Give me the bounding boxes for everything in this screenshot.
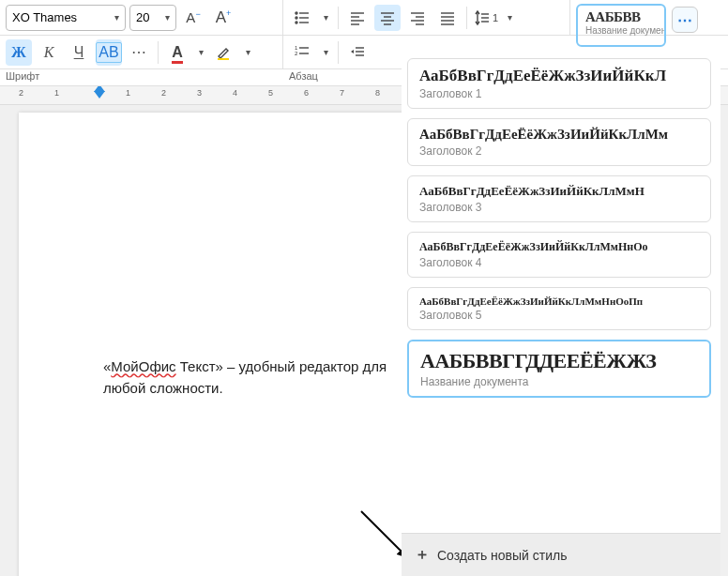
underline-button[interactable]: Ч [66,39,92,66]
highlight-button[interactable] [211,39,237,66]
font-family-select[interactable]: XO Thames ▾ [6,5,126,31]
toolbar-row-1: XO Thames ▾ 20 ▾ A− A+ ▾ 1 ▾ ААББВВ Назв… [0,0,728,36]
chevron-down-icon[interactable]: ▾ [503,12,516,23]
svg-point-1 [296,17,297,19]
chevron-down-icon[interactable]: ▾ [319,47,332,57]
style-card[interactable]: АаБбВвГгДдЕеЁёЖжЗзИиЙйКкЛлМмНЗаголовок 3 [407,175,711,222]
font-size-value: 20 [136,10,149,24]
ruler-number: 6 [304,88,309,98]
paragraph-group-label: Абзац [283,69,324,85]
style-sample: АаБбВвГгДдЕеЁёЖжЗзИиЙйКкЛлМмН [419,184,699,199]
strikethrough-button[interactable]: АВ [96,39,122,66]
style-name: Заголовок 4 [419,256,699,269]
font-group-label: Шрифт [0,69,283,85]
style-card[interactable]: АаБбВвГгДдЕеЁёЖжЗзИиЙйКкЛЗаголовок 1 [407,58,711,109]
more-font-button[interactable]: ⋯ [126,39,152,66]
style-card[interactable]: АаБбВвГгДдЕеЁёЖжЗзИиЙйКкЛлМмЗаголовок 2 [407,118,711,166]
font-color-button[interactable]: A [164,39,190,66]
style-sample: ААББВВГГДДЕЕЁЁЖЖЗ [420,349,698,373]
ruler-number: 8 [375,88,380,98]
separator [338,41,339,64]
style-card[interactable]: АаБбВвГгДдЕеЁёЖжЗзИиЙйКкЛлМмНнОоПпЗаголо… [407,287,711,330]
font-family-value: XO Thames [12,10,77,24]
text: любой сложности. [103,380,223,396]
create-new-style-label: Создать новый стиль [437,548,568,563]
align-left-button[interactable] [344,5,371,31]
ruler-number: 1 [126,88,130,98]
line-spacing-button[interactable]: 1 [473,5,499,31]
decrease-font-button[interactable]: A− [180,5,206,31]
bulleted-list-button[interactable] [289,5,315,31]
paragraph-group-row1: ▾ 1 ▾ [283,0,570,35]
ruler-number: 7 [340,88,344,98]
align-center-button[interactable] [374,5,401,31]
chevron-down-icon: ▾ [109,12,119,23]
create-new-style-button[interactable]: ＋ Создать новый стиль [402,533,720,576]
styles-panel: АаБбВвГгДдЕеЁёЖжЗзИиЙйКкЛЗаголовок 1АаБб… [402,53,720,576]
ruler-number: 2 [161,88,166,98]
style-sample: АаБбВвГгДдЕеЁёЖжЗзИиЙйКкЛлМм [419,127,699,143]
ruler-number: 1 [54,88,59,98]
styles-group: ААББВВ Название документа ⋯ [570,0,728,35]
style-preview-sample: ААББВВ [585,9,657,25]
ruler-number: 4 [233,88,237,98]
styles-list[interactable]: АаБбВвГгДдЕеЁёЖжЗзИиЙйКкЛЗаголовок 1АаБб… [402,53,720,533]
style-name: Название документа [420,375,698,388]
chevron-down-icon[interactable]: ▾ [194,47,207,57]
chevron-down-icon: ▾ [159,12,170,23]
current-style-preview[interactable]: ААББВВ Название документа [576,4,666,47]
style-name: Заголовок 1 [419,87,699,100]
style-name: Заголовок 5 [419,309,699,322]
misspelled-word[interactable]: МойОфис [111,358,175,374]
align-right-button[interactable] [404,5,431,31]
separator [158,41,159,64]
more-options-button[interactable]: ⋯ [672,7,698,33]
style-preview-name: Название документа [585,25,657,36]
font-group: XO Thames ▾ 20 ▾ A− A+ [0,0,283,35]
plus-icon: ＋ [415,545,430,565]
paragraph-group-row2: 12 ▾ [283,36,387,68]
style-card[interactable]: АаБбВвГгДдЕеЁёЖжЗзИиЙйКкЛлМмНнОоЗаголово… [407,232,711,278]
font-format-group: Ж К Ч АВ ⋯ A ▾ ▾ [0,36,283,68]
style-card[interactable]: ААББВВГГДДЕЕЁЁЖЖЗНазвание документа [407,340,711,398]
svg-point-0 [296,12,297,14]
separator [466,7,467,29]
svg-rect-26 [218,58,229,60]
style-name: Заголовок 3 [419,201,699,214]
ruler-number: 5 [268,88,273,98]
font-size-select[interactable]: 20 ▾ [129,5,176,31]
style-sample: АаБбВвГгДдЕеЁёЖжЗзИиЙйКкЛлМмНнОо [419,240,699,254]
style-sample: АаБбВвГгДдЕеЁёЖжЗзИиЙйКкЛлМмНнОоПп [419,296,699,307]
italic-button[interactable]: К [36,39,62,66]
chevron-down-icon[interactable]: ▾ [319,12,332,23]
style-name: Заголовок 2 [419,144,699,158]
ellipsis-icon: ⋯ [677,11,692,29]
separator [338,7,339,29]
bold-button[interactable]: Ж [6,39,32,66]
chevron-down-icon[interactable]: ▾ [241,47,254,57]
text: Текст» – удобный редактор для [176,358,387,374]
align-justify-button[interactable] [434,5,461,31]
svg-text:2: 2 [295,51,298,56]
svg-point-2 [296,22,297,23]
ruler-number: 3 [197,88,202,98]
numbered-list-button[interactable]: 12 [289,39,315,66]
indent-marker[interactable] [94,86,105,96]
increase-font-button[interactable]: A+ [210,5,236,31]
decrease-indent-button[interactable] [344,39,371,66]
style-sample: АаБбВвГгДдЕеЁёЖжЗзИиЙйКкЛ [419,67,699,85]
ruler-number: 2 [19,88,23,98]
